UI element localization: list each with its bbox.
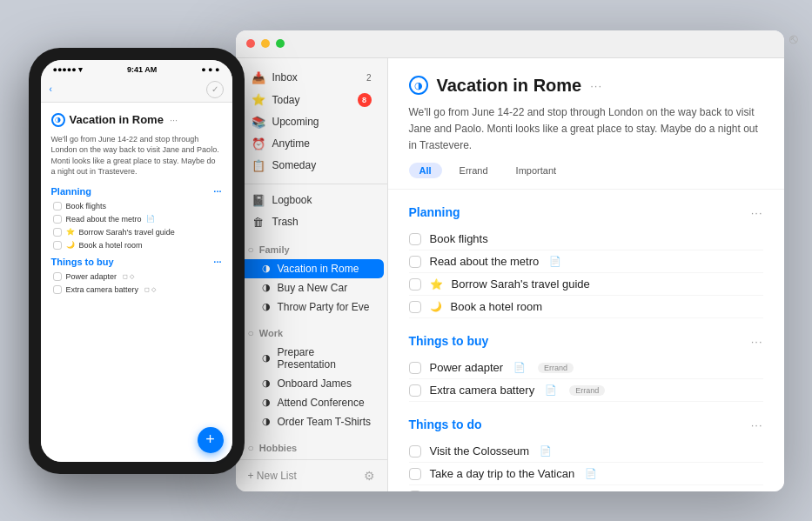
phone-done-button[interactable]: ✓ <box>206 81 224 98</box>
sidebar-project-buy-car[interactable]: ◑ Buy a New Car <box>239 278 384 297</box>
phone-task-icon: ◑ <box>51 113 65 127</box>
family-section-label: Family <box>259 244 290 255</box>
sidebar-item-someday[interactable]: 📋 Someday <box>239 155 384 177</box>
detail-task-label-travel-guide: Borrow Sarah's travel guide <box>452 277 590 291</box>
sidebar-item-upcoming[interactable]: 📚 Upcoming <box>239 111 384 133</box>
phone-signal: ●●●●● ▾ <box>53 65 84 74</box>
detail-task-camera-battery: Extra camera battery 📄 Errand <box>409 379 763 402</box>
tag-errand[interactable]: Errand <box>449 163 499 178</box>
detail-task-label-power-adapter: Power adapter <box>430 361 504 374</box>
phone-checkbox-2[interactable] <box>53 215 62 224</box>
phone-checkbox-3[interactable] <box>53 228 62 237</box>
window-fullscreen-button[interactable] <box>276 39 285 48</box>
detail-checkbox-power-adapter[interactable] <box>409 362 421 374</box>
detail-task-label-hotel: Book a hotel room <box>451 300 543 313</box>
phone-task-title: Vacation in Rome <box>70 113 164 126</box>
detail-do-title: Things to do <box>409 417 482 431</box>
hobbies-section-icon: ○ <box>248 442 254 454</box>
sidebar-item-trash[interactable]: 🗑 Trash <box>239 211 384 233</box>
detail-content: Planning ··· Book flights Read about the… <box>388 190 784 491</box>
power-adapter-errand-tag: Errand <box>538 363 574 373</box>
sidebar-inbox-label: Inbox <box>272 71 359 83</box>
sidebar-section-hobbies: ○ Hobbies <box>236 431 387 458</box>
sidebar-project-order-tshirts[interactable]: ◑ Order Team T-Shirts <box>239 412 384 431</box>
detail-checkbox-book-flights[interactable] <box>409 233 421 245</box>
family-section-icon: ○ <box>248 244 254 256</box>
window-body: 📥 Inbox 2 ⭐ Today 8 📚 Upcoming ⏰ Anytime <box>236 58 784 491</box>
detail-checkbox-cooking[interactable] <box>409 491 421 491</box>
sidebar-project-attend-conference[interactable]: ◑ Attend Conference <box>239 393 384 412</box>
detail-task-label-colosseum: Visit the Colosseum <box>430 444 530 458</box>
detail-task-cooking: Take a cooking class <box>409 485 763 491</box>
attend-conference-icon: ◑ <box>262 397 271 408</box>
sidebar-item-logbook[interactable]: 📓 Logbook <box>239 190 384 211</box>
phone-checkbox-6[interactable] <box>53 285 62 294</box>
detail-planning-more[interactable]: ··· <box>751 206 763 219</box>
tag-important[interactable]: Important <box>506 163 567 178</box>
phone-doc-icon-2: 📄 <box>146 215 155 223</box>
detail-task-hotel: 🌙 Book a hotel room <box>409 296 763 318</box>
sidebar-item-today[interactable]: ⭐ Today 8 <box>239 89 384 111</box>
detail-task-vatican: Take a day trip to the Vatican 📄 <box>409 463 763 485</box>
settings-icon[interactable]: ⚙ <box>364 469 375 483</box>
phone-task-3: ⭐ Borrow Sarah's travel guide <box>51 228 222 237</box>
upcoming-icon: 📚 <box>252 116 265 129</box>
sidebar-project-throw-party[interactable]: ◑ Throw Party for Eve <box>239 297 384 317</box>
prepare-presentation-label: Prepare Presentation <box>278 346 372 371</box>
sidebar-item-anytime[interactable]: ⏰ Anytime <box>239 133 384 155</box>
detail-checkbox-colosseum[interactable] <box>409 445 421 458</box>
vacation-rome-label: Vacation in Rome <box>278 263 359 275</box>
detail-more-button[interactable]: ··· <box>590 79 602 92</box>
sidebar-trash-label: Trash <box>272 216 372 228</box>
detail-panel: ◑ Vacation in Rome ··· ⎋ We'll go from J… <box>388 58 784 491</box>
sidebar-section-family: ○ Family <box>236 233 387 259</box>
window-close-button[interactable] <box>246 39 255 48</box>
someday-icon: 📋 <box>252 159 265 172</box>
detail-tags: All Errand Important <box>409 163 763 178</box>
detail-task-metro: Read about the metro 📄 <box>409 250 763 273</box>
logbook-icon: 📓 <box>252 194 265 207</box>
phone-more-button[interactable]: ··· <box>170 115 178 125</box>
phone-checkbox-1[interactable] <box>53 202 62 210</box>
phone-description: We'll go from June 14-22 and stop throug… <box>51 134 222 177</box>
phone-buy-label: Things to buy <box>51 257 114 267</box>
detail-checkbox-camera-battery[interactable] <box>409 384 421 397</box>
sidebar-project-prepare-presentation[interactable]: ◑ Prepare Presentation <box>239 343 384 374</box>
detail-checkbox-travel-guide[interactable] <box>409 278 421 291</box>
phone-back-button[interactable]: ‹ <box>50 84 52 94</box>
detail-do-more[interactable]: ··· <box>751 418 763 431</box>
detail-checkbox-hotel[interactable] <box>409 301 421 313</box>
detail-buy-title: Things to buy <box>409 334 489 348</box>
detail-task-label-book-flights: Book flights <box>430 232 488 245</box>
phone-planning-more[interactable]: ··· <box>213 186 221 197</box>
detail-buy-more[interactable]: ··· <box>751 335 763 348</box>
throw-party-icon: ◑ <box>262 301 271 312</box>
sidebar-project-onboard-james[interactable]: ◑ Onboard James <box>239 374 384 393</box>
tag-all[interactable]: All <box>409 163 442 178</box>
phone-add-button[interactable]: + <box>198 427 224 453</box>
throw-party-label: Throw Party for Eve <box>278 301 370 313</box>
detail-title: Vacation in Rome <box>437 76 582 96</box>
phone-task-tag-5: ◻ ◇ <box>123 273 134 280</box>
phone-checkbox-4[interactable] <box>53 241 62 250</box>
window-minimize-button[interactable] <box>261 39 270 48</box>
detail-checkbox-metro[interactable] <box>409 256 421 268</box>
phone-checkbox-5[interactable] <box>53 272 62 281</box>
sidebar-logbook-label: Logbook <box>272 194 372 206</box>
phone-buy-more[interactable]: ··· <box>213 257 221 267</box>
phone-star-icon-3: ⭐ <box>66 228 75 236</box>
buy-car-icon: ◑ <box>262 282 271 293</box>
sidebar-footer: + New List ⚙ <box>236 459 387 491</box>
detail-task-power-adapter: Power adapter 📄 Errand <box>409 357 763 379</box>
sidebar-item-inbox[interactable]: 📥 Inbox 2 <box>239 67 384 89</box>
new-list-button[interactable]: + New List <box>248 470 297 482</box>
sidebar-project-vacation-rome[interactable]: ◑ Vacation in Rome <box>239 259 384 278</box>
phone-task-4: 🌙 Book a hotel room <box>51 241 222 250</box>
detail-do-header: Things to do ··· <box>409 417 763 431</box>
sidebar-today-label: Today <box>272 94 351 106</box>
phone-nav: ‹ ✓ <box>41 77 232 103</box>
camera-battery-doc-icon: 📄 <box>545 384 557 396</box>
detail-checkbox-vatican[interactable] <box>409 468 421 480</box>
sidebar-anytime-label: Anytime <box>272 137 372 150</box>
phone-task-label-1: Book flights <box>66 202 107 210</box>
